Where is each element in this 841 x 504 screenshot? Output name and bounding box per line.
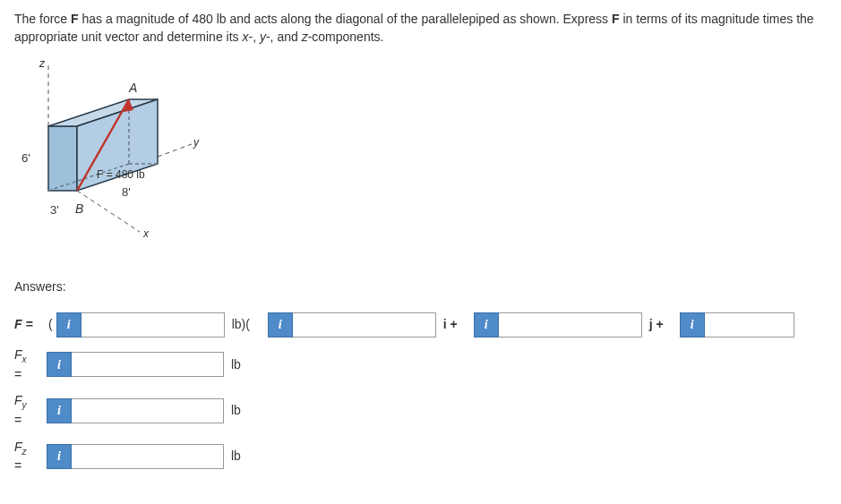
- row-Fz: Fz = i lb: [14, 439, 827, 475]
- row-Fx: Fx = i lb: [14, 346, 827, 383]
- i-plus: i +: [443, 316, 468, 334]
- text: has a magnitude of 480 lb and acts along…: [79, 12, 612, 26]
- unit-lb: lb: [231, 448, 262, 466]
- axis-z: z: [302, 30, 308, 44]
- input-Fy[interactable]: [72, 398, 224, 423]
- unit-lb: lb: [231, 356, 262, 374]
- unit-lb: lb: [231, 402, 262, 420]
- text: -, and: [266, 30, 302, 44]
- info-icon[interactable]: i: [47, 398, 72, 423]
- input-F-i[interactable]: [293, 312, 436, 337]
- info-icon[interactable]: i: [56, 312, 82, 337]
- info-icon[interactable]: i: [47, 352, 72, 377]
- text: -,: [248, 30, 259, 44]
- text: The force: [14, 12, 71, 26]
- info-icon[interactable]: i: [474, 312, 499, 337]
- svg-line-1: [158, 144, 192, 157]
- point-B-label: B: [75, 201, 83, 216]
- input-F-magnitude[interactable]: [82, 312, 225, 337]
- force-F: F: [612, 12, 620, 26]
- open-paren: (: [48, 316, 53, 334]
- label-Fz: Fz =: [14, 439, 47, 475]
- input-F-j[interactable]: [499, 312, 642, 337]
- force-label: F = 480 lb: [97, 168, 145, 181]
- row-F-vector: F = ( i lb)( i i + i j + i: [14, 312, 827, 337]
- info-icon[interactable]: i: [47, 444, 72, 469]
- unit-lb-paren: lb)(: [232, 316, 262, 334]
- svg-marker-2: [48, 126, 77, 191]
- label-F: F =: [14, 316, 47, 334]
- dim-6ft: 6': [21, 151, 30, 165]
- info-icon[interactable]: i: [268, 312, 293, 337]
- row-Fy: Fy = i lb: [14, 392, 827, 429]
- label-Fy: Fy =: [14, 392, 47, 429]
- problem-statement: The force F has a magnitude of 480 lb an…: [14, 11, 827, 46]
- answers-heading: Answers:: [14, 278, 827, 296]
- dim-8ft: 8': [122, 185, 131, 199]
- force-F: F: [71, 12, 79, 26]
- axis-z-label: z: [39, 57, 46, 70]
- label-Fx: Fx =: [14, 346, 47, 383]
- input-F-k[interactable]: [705, 312, 794, 337]
- input-Fx[interactable]: [72, 352, 224, 377]
- axis-y: y: [260, 30, 266, 44]
- input-Fz[interactable]: [72, 444, 224, 469]
- axis-x-label: x: [142, 227, 150, 240]
- info-icon[interactable]: i: [680, 312, 705, 337]
- parallelepiped-diagram: z y A B F = 480 lb 6' 3' 8' x: [14, 56, 211, 262]
- dim-3ft: 3': [50, 203, 59, 217]
- point-A-label: A: [128, 81, 137, 95]
- j-plus: j +: [649, 316, 674, 334]
- text: -components.: [308, 30, 384, 44]
- axis-y-label: y: [193, 136, 200, 149]
